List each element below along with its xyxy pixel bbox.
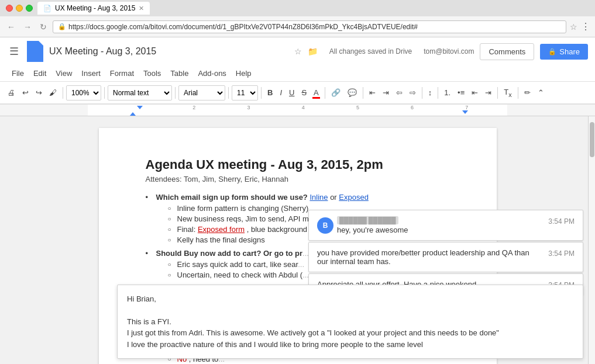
underline-button[interactable]: U — [286, 86, 297, 99]
browser-menu-button[interactable]: ⋮ — [581, 21, 590, 32]
traffic-lights — [6, 5, 33, 12]
toolbar: 🖨 ↩ ↪ 🖌 100% Normal text Arial 11 B I U … — [0, 82, 595, 104]
line-spacing-button[interactable]: ↕ — [425, 86, 435, 99]
share-label: Share — [559, 47, 580, 56]
ruler: 2 3 4 5 6 7 — [0, 105, 595, 116]
scrollbar[interactable] — [588, 116, 595, 364]
print-button[interactable]: 🖨 — [5, 86, 18, 99]
pen-button[interactable]: ✏ — [521, 86, 534, 99]
chat-time-2: 3:54 PM — [548, 248, 575, 258]
doc-title: UX Meeting - Aug 3, 2015 — [49, 46, 286, 57]
ruler-left-margin[interactable] — [137, 106, 143, 109]
ruler-right-margin[interactable] — [462, 110, 468, 114]
exposed-link[interactable]: Exposed — [339, 193, 369, 202]
toolbar-separator-11 — [518, 87, 518, 99]
align-left-button[interactable]: ⇤ — [366, 86, 379, 99]
item-text: Which email sign up form should we use? — [156, 193, 310, 202]
close-button[interactable] — [6, 5, 13, 12]
comment-button[interactable]: 💬 — [345, 86, 360, 99]
menu-table[interactable]: Table — [166, 67, 193, 80]
browser-tab[interactable]: 📄 UX Meeting - Aug 3, 2015 ✕ — [37, 2, 150, 15]
ruler-inner: 2 3 4 5 6 7 — [88, 105, 507, 116]
toolbar-separator-2 — [104, 87, 105, 99]
style-select[interactable]: Normal text — [108, 85, 172, 100]
align-center-button[interactable]: ⇥ — [380, 86, 392, 99]
maximize-button[interactable] — [26, 5, 33, 12]
email-line3: This is a FYI. — [127, 317, 171, 326]
hamburger-menu[interactable]: ☰ — [7, 43, 21, 60]
email-line5: I love the proactive nature of this and … — [127, 340, 423, 349]
align-justify-button[interactable]: ⇨ — [407, 86, 419, 99]
save-status: All changes saved in Drive — [329, 47, 412, 56]
menu-addons[interactable]: Add-ons — [193, 67, 231, 80]
comments-button[interactable]: Comments — [480, 43, 534, 60]
zoom-select[interactable]: 100% — [66, 85, 101, 100]
scrollbar-thumb[interactable] — [590, 122, 594, 157]
chat-overlay: B ██████ ██████ hey, you're awesome 3:54… — [308, 210, 583, 297]
document-title: Agenda UX meeting - Aug 3, 2015, 2pm — [146, 157, 450, 172]
redo-button[interactable]: ↪ — [33, 86, 45, 99]
email-line1: Hi Brian, — [127, 294, 156, 303]
chat-text-2: you have provided more/better product le… — [317, 248, 536, 266]
indent-less-button[interactable]: ⇤ — [469, 86, 481, 99]
ruler-mark-4: 4 — [302, 105, 305, 110]
paint-format-button[interactable]: 🖌 — [46, 86, 60, 99]
clear-format-button[interactable]: Tx — [501, 86, 514, 100]
exposed-form-link[interactable]: Exposed form — [198, 225, 245, 234]
chat-username-row: ██████ ██████ — [337, 216, 536, 224]
menu-tools[interactable]: Tools — [139, 67, 166, 80]
undo-button[interactable]: ↩ — [19, 86, 32, 99]
font-size-select[interactable]: 11 — [232, 85, 258, 100]
toolbar-separator-5 — [261, 87, 262, 99]
menu-help[interactable]: Help — [231, 67, 256, 80]
tab-close-button[interactable]: ✕ — [139, 5, 144, 12]
refresh-button[interactable]: ↻ — [37, 21, 49, 33]
indent-more-button[interactable]: ⇥ — [482, 86, 494, 99]
ruler-mark-7: 7 — [465, 105, 468, 110]
link-button[interactable]: 🔗 — [328, 86, 343, 99]
align-right-button[interactable]: ⇦ — [393, 86, 405, 99]
expand-button[interactable]: ⌃ — [535, 86, 547, 99]
bullet-list-button[interactable]: •≡ — [455, 86, 467, 99]
bookmark-button[interactable]: ☆ — [570, 22, 577, 32]
chat-time-1: 3:54 PM — [548, 216, 575, 226]
menu-format[interactable]: Format — [105, 67, 139, 80]
doc-star-button[interactable]: ☆ — [294, 47, 302, 56]
app-bar: ☰ UX Meeting - Aug 3, 2015 ☆ 📁 All chang… — [0, 37, 595, 105]
lock-icon: 🔒 — [58, 23, 66, 30]
ruler-mark-5: 5 — [356, 105, 359, 110]
font-select[interactable]: Arial — [178, 85, 225, 100]
back-button[interactable]: ← — [5, 21, 18, 33]
app-header: ☰ UX Meeting - Aug 3, 2015 ☆ 📁 All chang… — [0, 37, 595, 65]
text-color-bar — [312, 97, 320, 99]
share-button[interactable]: 🔒 Share — [540, 44, 588, 60]
email-popup: Hi Brian, This is a FYI. I just got this… — [117, 285, 583, 359]
address-bar[interactable]: 🔒 https://docs.google.com/a/bitovi.com/d… — [53, 20, 566, 33]
strikethrough-button[interactable]: S — [298, 86, 309, 99]
doc-folder-button[interactable]: 📁 — [308, 47, 318, 56]
toolbar-separator-7 — [363, 87, 363, 99]
bold-button[interactable]: B — [264, 86, 276, 99]
numbered-list-button[interactable]: 1. — [441, 86, 453, 99]
menu-bar: File Edit View Insert Format Tools Table… — [0, 65, 595, 82]
menu-insert[interactable]: Insert — [77, 67, 105, 80]
toolbar-separator-1 — [63, 87, 63, 99]
toolbar-separator-9 — [438, 87, 438, 99]
browser-titlebar: 📄 UX Meeting - Aug 3, 2015 ✕ — [0, 0, 595, 16]
chat-message-2: you have provided more/better product le… — [308, 242, 583, 272]
user-menu[interactable]: tom@bitovi.com — [424, 47, 474, 56]
ruler-mark-2: 2 — [192, 105, 195, 110]
redacted-username: ██████ ██████ — [337, 216, 398, 224]
forward-button[interactable]: → — [21, 21, 34, 33]
chat-avatar-1: B — [317, 217, 333, 234]
ruler-tab-stop — [130, 112, 136, 116]
menu-edit[interactable]: Edit — [29, 67, 51, 80]
inline-link[interactable]: Inline — [309, 193, 328, 202]
text-color-button[interactable]: A — [311, 86, 322, 99]
toolbar-separator-3 — [175, 87, 176, 99]
menu-file[interactable]: File — [7, 67, 29, 80]
italic-button[interactable]: I — [277, 86, 285, 99]
menu-view[interactable]: View — [51, 67, 77, 80]
chat-text-1: hey, you're awesome — [337, 226, 536, 234]
minimize-button[interactable] — [16, 5, 23, 12]
